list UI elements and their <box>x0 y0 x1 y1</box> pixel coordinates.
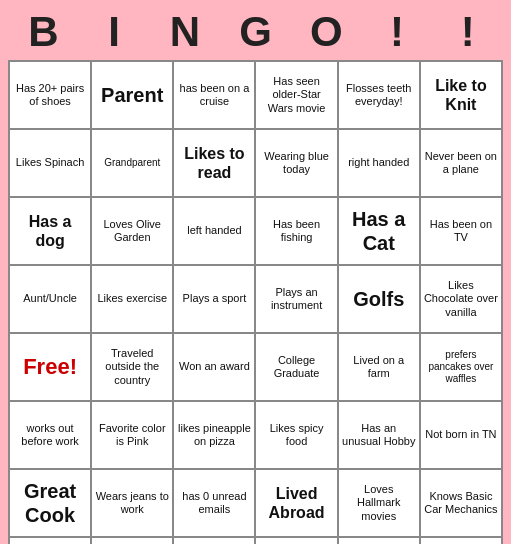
bingo-cell[interactable]: Free! <box>10 334 92 402</box>
bingo-cell[interactable]: Plays a sport <box>174 266 256 334</box>
bingo-cell[interactable]: Loves fun socks! <box>339 538 421 544</box>
bingo-cell[interactable]: Has seen older-Star Wars movie <box>256 62 338 130</box>
title-letter: O <box>291 8 362 56</box>
bingo-cell[interactable]: Dancer <box>256 538 338 544</box>
bingo-cell[interactable]: Aunt/Uncle <box>10 266 92 334</box>
bingo-cell[interactable]: Loves Olive Garden <box>92 198 174 266</box>
bingo-cell[interactable]: Volunteers <box>421 538 503 544</box>
bingo-cell[interactable]: Likes Chocolate over vanilla <box>421 266 503 334</box>
title-letter: I <box>79 8 150 56</box>
bingo-cell[interactable]: has 0 unread emails <box>174 470 256 538</box>
bingo-cell[interactable]: Likes spicy food <box>256 402 338 470</box>
bingo-cell[interactable]: Likes exercise <box>92 266 174 334</box>
title-letter: ! <box>362 8 433 56</box>
bingo-cell[interactable]: Lived on a farm <box>339 334 421 402</box>
bingo-cell[interactable]: Lived Abroad <box>256 470 338 538</box>
title-letter: ! <box>432 8 503 56</box>
bingo-cell[interactable]: Flosses teeth everyday! <box>339 62 421 130</box>
bingo-cell[interactable]: Likes Spinach <box>10 130 92 198</box>
bingo-cell[interactable]: Worked with company 10+ years <box>174 538 256 544</box>
bingo-cell[interactable]: Traveled outside the country <box>92 334 174 402</box>
bingo-cell[interactable]: right handed <box>339 130 421 198</box>
bingo-cell[interactable]: Prefers tea over coffee <box>92 538 174 544</box>
bingo-cell[interactable]: Has a dog <box>10 198 92 266</box>
bingo-cell[interactable]: works out before work <box>10 402 92 470</box>
bingo-cell[interactable]: Great Cook <box>10 470 92 538</box>
bingo-cell[interactable]: Like Coke over Pepsi <box>10 538 92 544</box>
bingo-cell[interactable]: Parent <box>92 62 174 130</box>
bingo-cell[interactable]: Wearing blue today <box>256 130 338 198</box>
bingo-card: BINGO!! Has 20+ pairs of shoesParenthas … <box>0 0 511 544</box>
bingo-cell[interactable]: Golfs <box>339 266 421 334</box>
bingo-cell[interactable]: Favorite color is Pink <box>92 402 174 470</box>
bingo-cell[interactable]: left handed <box>174 198 256 266</box>
bingo-cell[interactable]: Likes to read <box>174 130 256 198</box>
bingo-cell[interactable]: Has a Cat <box>339 198 421 266</box>
bingo-cell[interactable]: Has an unusual Hobby <box>339 402 421 470</box>
bingo-cell[interactable]: Not born in TN <box>421 402 503 470</box>
bingo-cell[interactable]: Has 20+ pairs of shoes <box>10 62 92 130</box>
bingo-cell[interactable]: prefers pancakes over waffles <box>421 334 503 402</box>
bingo-grid: Has 20+ pairs of shoesParenthas been on … <box>8 60 503 544</box>
bingo-cell[interactable]: Plays an instrument <box>256 266 338 334</box>
title-letter: B <box>8 8 79 56</box>
bingo-cell[interactable]: has been on a cruise <box>174 62 256 130</box>
bingo-cell[interactable]: Won an award <box>174 334 256 402</box>
title-letter: N <box>149 8 220 56</box>
title-letter: G <box>220 8 291 56</box>
bingo-cell[interactable]: Like to Knit <box>421 62 503 130</box>
bingo-cell[interactable]: Never been on a plane <box>421 130 503 198</box>
bingo-cell[interactable]: College Graduate <box>256 334 338 402</box>
bingo-cell[interactable]: Loves Hallmark movies <box>339 470 421 538</box>
bingo-cell[interactable]: Grandparent <box>92 130 174 198</box>
bingo-cell[interactable]: Has been on TV <box>421 198 503 266</box>
bingo-cell[interactable]: likes pineapple on pizza <box>174 402 256 470</box>
bingo-title: BINGO!! <box>8 8 503 56</box>
bingo-cell[interactable]: Wears jeans to work <box>92 470 174 538</box>
bingo-cell[interactable]: Has been fishing <box>256 198 338 266</box>
bingo-cell[interactable]: Knows Basic Car Mechanics <box>421 470 503 538</box>
